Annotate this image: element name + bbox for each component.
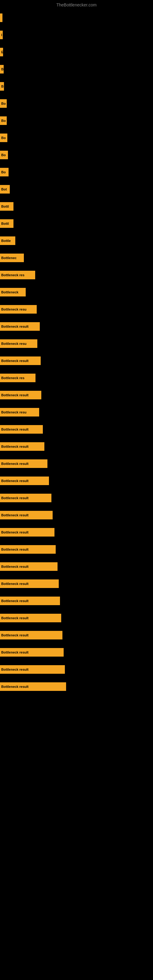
bar-row: I (0, 26, 153, 43)
bar-item: Bottleneck result (0, 511, 53, 519)
bar-row: Bottleneck result (0, 558, 153, 575)
bar-row: Bottleneck result (0, 627, 153, 644)
bar-label: B (1, 84, 4, 88)
bar-row: Bottleneck resu (0, 335, 153, 352)
bar-item: Bo (0, 168, 9, 177)
bar-item: Bottleneck resu (0, 339, 37, 348)
bar-label: Bo (1, 170, 6, 174)
bar-label: Bottleneck result (1, 565, 29, 568)
bar-row: Bottleneck result (0, 575, 153, 592)
bar-label: Bottleneck result (1, 513, 29, 517)
bar-label: Bottlenec (1, 256, 16, 260)
bar-label: Bottleneck result (1, 633, 29, 637)
bar-item: Bottleneck (0, 288, 26, 296)
bar-item: Bottleneck resu (0, 305, 37, 313)
bar-item: Bottleneck result (0, 391, 41, 399)
bar-row: E (0, 43, 153, 60)
bar-label: Bottleneck (1, 290, 18, 294)
bar-row: Bottleneck resu (0, 404, 153, 421)
bar-item: Bottleneck result (0, 665, 65, 674)
bar-item: Bottleneck result (0, 494, 51, 502)
bar-label: Bottleneck resu (1, 307, 27, 311)
bar-label: Bottleneck result (1, 668, 29, 671)
bar-item: Bottleneck result (0, 356, 41, 365)
bar-label: Bottleneck result (1, 462, 29, 466)
bar-label: Bottleneck resu (1, 410, 27, 414)
bar-row: Bottleneck result (0, 644, 153, 661)
site-title: TheBottlenecker.com (0, 0, 153, 10)
bar-row: Bo (0, 146, 153, 164)
bar-row: Bottleneck result (0, 421, 153, 438)
bar-item: E (0, 48, 3, 56)
bar-row (0, 9, 153, 26)
bars-container: IEBBBoBoBoBoBoBotBottlBottlBottleBottlen… (0, 9, 153, 695)
bar-label: Bo (1, 119, 6, 123)
bar-item: I (0, 30, 3, 39)
bar-row: Bottleneck resu (0, 301, 153, 318)
bar-label: B (1, 67, 4, 71)
bar-label: Bottl (1, 205, 9, 208)
bar-label: Bottleneck result (1, 685, 29, 689)
bar-label: Bottleneck result (1, 547, 29, 551)
bar-item: Bottlenec (0, 254, 24, 262)
bar-item: Bo (0, 134, 7, 142)
bar-row: Bo (0, 95, 153, 112)
bar-label: I (1, 33, 2, 37)
bar-label: Bottleneck result (1, 651, 29, 654)
bar-item: Bottle (0, 236, 15, 245)
bar-label: Bo (1, 102, 6, 105)
bar-label: Bottleneck result (1, 582, 29, 585)
bar-label: Bo (1, 153, 6, 157)
bar-label: Bottle (1, 239, 11, 243)
bar-row: Bottleneck res (0, 369, 153, 387)
bar-row: Bottleneck result (0, 592, 153, 609)
bar-label: Bo (1, 136, 6, 140)
bar-row: Bottleneck (0, 283, 153, 301)
bar-label: Bottleneck result (1, 496, 29, 500)
bar-item: Bottleneck result (0, 631, 62, 640)
bar-item: Bottleneck result (0, 579, 59, 588)
bar-row: Bottleneck result (0, 541, 153, 558)
bar-label: Bottleneck result (1, 479, 29, 483)
bar-row: Bottleneck result (0, 352, 153, 369)
bar-label: Bottleneck result (1, 530, 29, 534)
bar-row: Bo (0, 112, 153, 129)
bar-row: Bottleneck result (0, 661, 153, 678)
bar-label: Bottleneck result (1, 445, 29, 449)
bar-item: Bot (0, 185, 10, 194)
bar-label: Bottleneck resu (1, 342, 27, 345)
bar-label: Bottleneck result (1, 428, 29, 431)
bar-item: Bottleneck resu (0, 408, 39, 417)
bar-label: Bottleneck result (1, 325, 29, 328)
bar-row: Bottl (0, 215, 153, 232)
bar-item: Bottleneck result (0, 528, 54, 536)
bar-row: Bot (0, 181, 153, 198)
bar-row: Bo (0, 129, 153, 146)
bar-item: Bottleneck result (0, 477, 49, 485)
bar-label: Bottleneck result (1, 616, 29, 620)
bar-label: Bottleneck result (1, 359, 29, 363)
bar-item: Bottl (0, 202, 13, 211)
bar-row: Bottleneck result (0, 524, 153, 541)
bar-label: Bottleneck res (1, 273, 24, 277)
bar-item: Bottleneck result (0, 562, 57, 571)
bar-label: Bottleneck result (1, 599, 29, 603)
bar-label: Bot (1, 188, 7, 191)
bar-item: Bottleneck result (0, 322, 40, 331)
bar-row: Bottleneck res (0, 266, 153, 283)
bar-label: Bottl (1, 222, 9, 225)
bar-item (0, 13, 2, 22)
bar-item: Bottleneck result (0, 597, 60, 605)
bar-item: Bottleneck result (0, 545, 56, 554)
bar-item: Bottleneck result (0, 682, 66, 691)
bar-item: Bottleneck result (0, 648, 64, 657)
bar-item: Bottleneck res (0, 374, 35, 382)
bar-item: Bottleneck result (0, 460, 48, 468)
bar-row: Bo (0, 164, 153, 181)
bar-row: Bottleneck result (0, 318, 153, 335)
bar-item: Bottleneck result (0, 614, 61, 622)
bar-label: Bottleneck res (1, 376, 24, 380)
bar-row: B (0, 78, 153, 95)
bar-item: Bo (0, 116, 7, 125)
bar-item: Bo (0, 99, 7, 108)
